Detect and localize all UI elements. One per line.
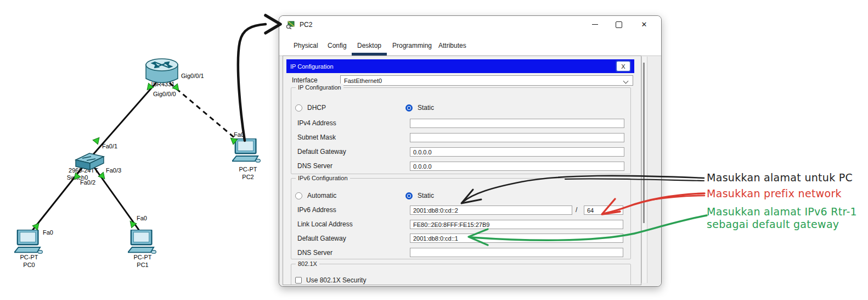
- scrollbar-thumb[interactable]: [643, 63, 645, 223]
- pc0-name-label: PC0: [23, 262, 35, 268]
- close-icon: ✕: [641, 21, 647, 28]
- link-local-input[interactable]: [410, 220, 623, 229]
- ipv4-static-radio-label: Static: [418, 104, 434, 112]
- minimize-button[interactable]: [584, 16, 605, 33]
- note-prefix-network: Masukkan prefix network: [707, 187, 842, 199]
- dialog-title: IP Configuration: [290, 63, 334, 70]
- ipv6-gateway-input[interactable]: [410, 234, 623, 243]
- ipv4-group-label: IP Configuration: [296, 84, 343, 92]
- pc-device-icon: [286, 21, 295, 29]
- ip-configuration-dialog: IP Configuration X Interface FastEtherne…: [283, 55, 641, 285]
- maximize-button[interactable]: [608, 16, 629, 33]
- pc1-type-label: PC-PT: [134, 254, 152, 260]
- pc2-name-label: PC2: [242, 174, 253, 180]
- chevron-down-icon: [623, 79, 629, 84]
- link-status-triangle: [93, 136, 102, 145]
- pc0-type-label: PC-PT: [20, 254, 38, 260]
- dialog-scrollbar[interactable]: [641, 57, 647, 283]
- router-port-gig001-label: Gig0/0/1: [181, 73, 204, 79]
- tab-physical[interactable]: Physical: [294, 34, 318, 55]
- subnet-mask-label: Subnet Mask: [297, 134, 336, 141]
- ipv6-groupbox: IPv6 Configuration: [291, 178, 631, 259]
- pc2-icon[interactable]: [232, 138, 260, 162]
- link-router-pc2[interactable]: [170, 83, 243, 145]
- pc1-name-label: PC1: [137, 262, 148, 268]
- pc0-icon[interactable]: [14, 230, 42, 253]
- dialog-close-button[interactable]: X: [616, 60, 631, 72]
- pc2-type-label: PC-PT: [239, 166, 257, 173]
- ipv4-dns-label: DNS Server: [297, 163, 332, 170]
- ipv4-gateway-input[interactable]: [410, 147, 624, 157]
- ipv4-static-radio[interactable]: [405, 104, 413, 112]
- ipv6-gateway-label: Default Gateway: [297, 235, 346, 242]
- pc1-port-label: Fa0: [137, 215, 147, 221]
- interface-select[interactable]: FastEthernet0: [340, 75, 633, 86]
- pc0-port-label: Fa0: [43, 229, 53, 236]
- minimize-icon: [592, 24, 598, 25]
- close-button[interactable]: ✕: [634, 16, 655, 33]
- window-title: PC2: [300, 21, 312, 29]
- ipv6-dns-input[interactable]: [410, 248, 623, 257]
- ipv6-group-label: IPv6 Configuration: [296, 174, 350, 182]
- tab-programming[interactable]: Programming: [392, 34, 432, 55]
- switch-port-fa03-label: Fa0/3: [106, 167, 121, 174]
- dot1x-security-checkbox[interactable]: [295, 277, 302, 284]
- tab-attributes[interactable]: Attributes: [438, 34, 466, 55]
- tab-desktop[interactable]: Desktop: [357, 34, 381, 55]
- ipv4-dns-input[interactable]: [410, 162, 624, 171]
- switch-icon[interactable]: [76, 153, 104, 170]
- note-pc-address: Masukkan alamat untuk PC: [707, 171, 853, 184]
- ipv6-automatic-radio[interactable]: [295, 192, 302, 199]
- maximize-icon: [616, 21, 622, 28]
- interface-selected-value: FastEthernet0: [344, 77, 382, 84]
- tab-config[interactable]: Config: [328, 34, 347, 55]
- note-default-gateway-line2: sebagai default gateway: [707, 218, 857, 231]
- subnet-mask-input[interactable]: [410, 133, 624, 142]
- note-default-gateway-line1: Masukkan alamat IPv6 Rtr-1: [707, 205, 857, 218]
- dhcp-radio-label: DHCP: [307, 104, 326, 112]
- ipv6-address-label: IPv6 Address: [297, 207, 336, 214]
- ipv6-prefix-input[interactable]: [584, 205, 623, 215]
- dhcp-radio[interactable]: [295, 104, 302, 112]
- pc2-config-window: PC2 ✕ Physical Config Desktop Programmin…: [279, 15, 662, 287]
- router-icon[interactable]: [146, 59, 178, 83]
- pc1-icon[interactable]: [128, 230, 156, 253]
- ipv6-prefix-separator: /: [576, 207, 577, 214]
- ipv6-static-radio-label: Static: [418, 192, 434, 199]
- tab-bar: Physical Config Desktop Programming Attr…: [279, 34, 661, 55]
- note-default-gateway: Masukkan alamat IPv6 Rtr-1 sebagai defau…: [707, 205, 857, 231]
- ipv4-address-label: IPv4 Address: [297, 120, 336, 127]
- ipv6-static-radio[interactable]: [405, 192, 413, 199]
- link-router-switch[interactable]: [89, 82, 156, 159]
- ipv4-gateway-label: Default Gateway: [297, 148, 346, 155]
- router-port-gig000-label: Gig0/0/0: [153, 91, 176, 97]
- pc2-port-label: Fa0: [234, 131, 244, 138]
- dot1x-security-checkbox-label: Use 802.1X Security: [306, 277, 366, 284]
- link-local-label: Link Local Address: [297, 221, 353, 228]
- switch-port-fa01-label: Fa0/1: [102, 143, 117, 149]
- ipv6-dns-label: DNS Server: [297, 249, 332, 257]
- dialog-titlebar[interactable]: IP Configuration: [286, 59, 634, 73]
- ipv6-automatic-radio-label: Automatic: [307, 192, 336, 199]
- dot1x-group-label: 802.1X: [296, 260, 319, 268]
- ipv6-address-input[interactable]: [410, 205, 572, 215]
- ipv4-address-input[interactable]: [410, 119, 624, 128]
- switch-port-fa02-label: Fa0/2: [80, 179, 95, 186]
